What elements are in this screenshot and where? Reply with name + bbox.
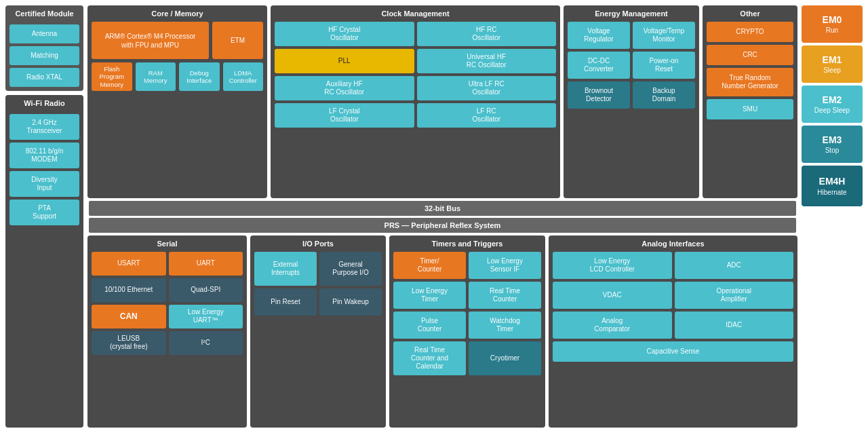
ultra-lf-chip: Ultra LF RC Oscillator xyxy=(417,76,557,100)
uart-chip: UART xyxy=(169,252,243,276)
antenna-chip: Antenna xyxy=(9,24,79,43)
quad-spi-chip: Quad-SPI xyxy=(169,278,243,302)
ldma-chip: LDMA Controller xyxy=(223,62,264,91)
certified-module-box: Certified Module Antenna Matching Radio … xyxy=(5,5,83,91)
pll-chip: PLL xyxy=(275,49,414,73)
dcdc-chip: DC-DC Converter xyxy=(568,52,630,79)
certified-title: Certified Module xyxy=(9,10,79,18)
debug-chip: Debug Interface xyxy=(179,62,220,91)
gen-purpose-io-chip: General Purpose I/O xyxy=(319,252,382,286)
serial-box: Serial USART UART 10/100 Ethernet Quad-S… xyxy=(87,236,247,428)
true-random-chip: True Random Number Generator xyxy=(707,68,793,96)
clock-grid: HF Crystal Oscillator HF RC Oscillator P… xyxy=(275,22,556,128)
low-energy-lcd-chip: Low Energy LCD Controller xyxy=(553,252,672,279)
crc-chip: CRC xyxy=(707,45,793,65)
pin-reset-chip: Pin Reset xyxy=(254,288,317,316)
vdac-chip: VDAC xyxy=(553,282,672,309)
wifi-title: Wi-Fi Radio xyxy=(9,99,79,107)
watchdog-chip: Watchdog Timer xyxy=(469,312,541,339)
op-amp-chip: Operational Amplifier xyxy=(675,282,794,309)
universal-hf-chip: Universal HF RC Oscillator xyxy=(417,49,557,73)
etm-chip: ETM xyxy=(212,22,263,59)
em0-box: EM0 Run xyxy=(802,5,863,43)
volt-temp-chip: Voltage/Temp Monitor xyxy=(633,22,695,49)
ram-chip: RAM Memory xyxy=(136,62,176,91)
ext-interrupts-chip: External Interrupts xyxy=(254,252,317,286)
em3-box: EM3 Stop xyxy=(802,126,863,163)
smu-chip: SMU xyxy=(707,99,793,119)
top-row: Core / Memory ARM® Cortex® M4 Processor … xyxy=(87,5,797,198)
brownout-chip: Brownout Detector xyxy=(568,81,630,109)
io-title: I/O Ports xyxy=(254,240,382,248)
timers-grid: Timer/ Counter Low Energy Sensor IF Low … xyxy=(393,252,541,375)
hf-crystal-chip: HF Crystal Oscillator xyxy=(275,22,414,46)
bottom-row: Serial USART UART 10/100 Ethernet Quad-S… xyxy=(87,236,797,428)
em2-label: EM2 xyxy=(823,94,842,106)
flash-chip: Flash Program Memory xyxy=(92,62,132,91)
arm-chip: ARM® Cortex® M4 Processor with FPU and M… xyxy=(92,22,209,59)
energy-mgmt-box: Energy Management Voltage Regulator Volt… xyxy=(564,5,699,198)
em1-label: EM1 xyxy=(823,54,842,66)
other-col: CRYPTO CRC True Random Number Generator … xyxy=(707,22,793,119)
32bit-bus-bar: 32-bit Bus xyxy=(89,201,796,216)
serial-grid: USART UART 10/100 Ethernet Quad-SPI CAN … xyxy=(92,252,243,355)
clock-mgmt-box: Clock Management HF Crystal Oscillator H… xyxy=(271,5,560,198)
main-container: Certified Module Antenna Matching Radio … xyxy=(0,0,868,433)
low-energy-timer-chip: Low Energy Timer xyxy=(393,282,466,309)
core-row2: Flash Program Memory RAM Memory Debug In… xyxy=(92,62,263,91)
em2-box: EM2 Deep Sleep xyxy=(802,86,863,123)
serial-title: Serial xyxy=(92,240,243,248)
aux-hf-chip: Auxiliary HF RC Oscillator xyxy=(275,76,414,100)
em-modes-panel: EM0 Run EM1 Sleep EM2 Deep Sleep EM3 Sto… xyxy=(802,5,863,428)
io-box: I/O Ports External Interrupts General Pu… xyxy=(250,236,386,428)
em4h-label: EM4H xyxy=(819,175,846,187)
io-grid: External Interrupts General Purpose I/O … xyxy=(254,252,382,316)
radio-xtal-chip: Radio XTAL xyxy=(9,68,79,87)
em3-sub: Stop xyxy=(825,146,840,155)
transceiver-chip: 2.4 GHz Transceiver xyxy=(9,114,79,140)
low-energy-uart-chip: Low Energy UART™ xyxy=(169,305,243,328)
timers-title: Timers and Triggers xyxy=(393,240,541,248)
timers-box: Timers and Triggers Timer/ Counter Low E… xyxy=(389,236,545,428)
other-title: Other xyxy=(707,10,793,18)
left-panel: Certified Module Antenna Matching Radio … xyxy=(5,5,83,428)
clock-title: Clock Management xyxy=(275,10,556,18)
capacitive-sense-chip: Capacitive Sense xyxy=(553,341,793,362)
matching-chip: Matching xyxy=(9,46,79,65)
energy-grid: Voltage Regulator Voltage/Temp Monitor D… xyxy=(568,22,695,109)
diversity-chip: Diversity Input xyxy=(9,171,79,197)
lf-rc-chip: LF RC Oscillator xyxy=(417,103,557,128)
analog-grid: Low Energy LCD Controller ADC VDAC Opera… xyxy=(553,252,793,362)
wifi-radio-box: Wi-Fi Radio 2.4 GHz Transceiver 802.11 b… xyxy=(5,95,83,428)
i2c-chip: I²C xyxy=(169,331,243,355)
other-box: Other CRYPTO CRC True Random Number Gene… xyxy=(703,5,797,198)
energy-title: Energy Management xyxy=(568,10,695,18)
em4h-box: EM4H Hibernate xyxy=(802,166,863,206)
lf-crystal-chip: LF Crystal Oscillator xyxy=(275,103,414,128)
core-row1: ARM® Cortex® M4 Processor with FPU and M… xyxy=(92,22,263,59)
center-panel: Core / Memory ARM® Cortex® M4 Processor … xyxy=(87,5,797,428)
timer-counter-chip: Timer/ Counter xyxy=(393,252,466,279)
modem-chip: 802.11 b/g/n MODEM xyxy=(9,143,79,168)
idac-chip: IDAC xyxy=(675,312,794,339)
cryotimer-chip: Cryotimer xyxy=(469,341,541,375)
em1-sub: Sleep xyxy=(823,66,841,75)
core-title: Core / Memory xyxy=(92,10,263,18)
ethernet-chip: 10/100 Ethernet xyxy=(92,278,166,302)
prs-bus-bar: PRS — Peripheral Reflex System xyxy=(89,218,796,233)
core-memory-box: Core / Memory ARM® Cortex® M4 Processor … xyxy=(87,5,267,198)
bus-container: 32-bit Bus PRS — Peripheral Reflex Syste… xyxy=(87,201,797,233)
backup-chip: Backup Domain xyxy=(633,81,695,109)
analog-comp-chip: Analog Comparator xyxy=(553,312,672,339)
voltage-reg-chip: Voltage Regulator xyxy=(568,22,630,49)
crypto-chip: CRYPTO xyxy=(707,22,793,42)
low-energy-sensor-chip: Low Energy Sensor IF xyxy=(469,252,541,279)
analog-title: Analog Interfaces xyxy=(553,240,793,248)
adc-chip: ADC xyxy=(675,252,794,279)
em0-sub: Run xyxy=(826,26,838,35)
hf-rc-chip: HF RC Oscillator xyxy=(417,22,557,46)
pta-chip: PTA Support xyxy=(9,200,79,225)
real-time-counter-chip: Real Time Counter xyxy=(469,282,541,309)
pulse-counter-chip: Pulse Counter xyxy=(393,312,466,339)
em0-label: EM0 xyxy=(823,14,842,26)
